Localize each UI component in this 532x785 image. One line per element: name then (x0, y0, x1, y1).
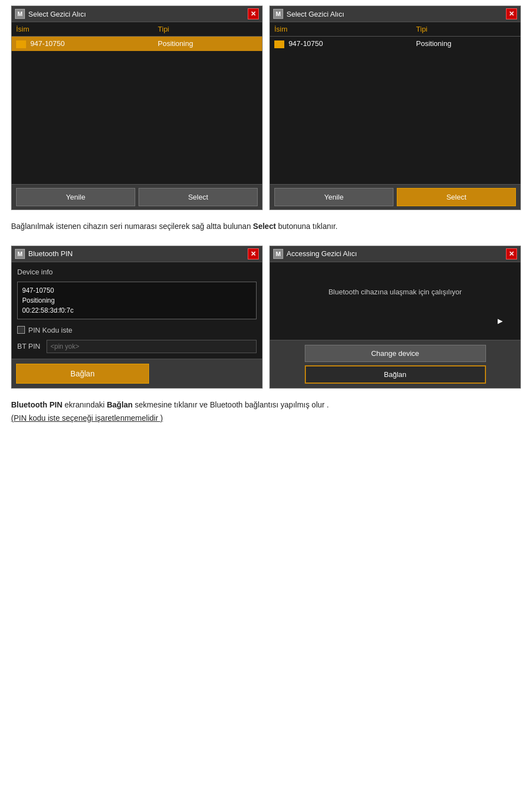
table-row[interactable]: 947-10750 Positioning (270, 37, 520, 51)
window1-icon: M (15, 9, 25, 19)
col1-header: İsim (12, 22, 154, 37)
window1-title: Select Gezici Alıcı (28, 10, 86, 18)
device-info-box: 947-10750 Positioning 00:22:58:3d:f0:7c (17, 282, 257, 319)
window1-select-button[interactable]: Select (139, 188, 258, 206)
device-table-1: İsim Tipi 947-10750 Positioning (12, 22, 262, 51)
window2-empty-area (270, 51, 520, 184)
pin-titlebar-left: M Bluetooth PIN (15, 249, 73, 259)
accessing-baglan-button[interactable]: Bağlan (305, 365, 486, 384)
window1-titlebar-left: M Select Gezici Alıcı (15, 9, 86, 19)
window1-empty-area (12, 51, 262, 184)
window2-close-button[interactable]: ✕ (506, 8, 517, 19)
device-info-line1: 947-10750 (22, 286, 252, 295)
bt-pin-row: BT PIN (17, 340, 257, 353)
select-window-1: M Select Gezici Alıcı ✕ İsim Tipi 94 (11, 6, 263, 210)
window2-select-button[interactable]: Select (397, 188, 516, 206)
accessing-window-footer: Change device Bağlan (270, 340, 520, 388)
pin-window-title: Bluetooth PIN (28, 249, 73, 258)
bottom-windows-row: M Bluetooth PIN ✕ Device info 947-10750 … (11, 246, 521, 389)
pin-window-titlebar: M Bluetooth PIN ✕ (12, 246, 262, 262)
window2-titlebar: M Select Gezici Alıcı ✕ (270, 6, 520, 22)
pin-kodu-row: PIN Kodu iste (17, 326, 257, 334)
pin-window-close-button[interactable]: ✕ (248, 248, 259, 259)
device-icon (16, 40, 26, 48)
pin-window-icon: M (15, 249, 25, 259)
baglan-button[interactable]: Bağlan (16, 364, 149, 384)
device-table-2: İsim Tipi 947-10750 Positioning (270, 22, 520, 51)
accessing-window-icon: M (273, 249, 283, 259)
device-type-cell: Positioning (154, 37, 262, 51)
window1-close-button[interactable]: ✕ (248, 8, 259, 19)
desc3-pin-note: (PIN kodu iste seçeneği işaretlenmemelid… (11, 414, 163, 422)
accessing-message: Bluetooth cihazına ulaşmak için çalışılı… (277, 288, 514, 296)
device-type-cell-2: Positioning (412, 37, 520, 51)
bt-pin-input[interactable] (47, 340, 257, 353)
window2-body: İsim Tipi 947-10750 Positioning (270, 22, 520, 184)
pin-kodu-checkbox[interactable] (17, 326, 25, 334)
desc2-baglan: Bağlan (107, 400, 133, 409)
bt-pin-label: BT PIN (17, 342, 42, 350)
pin-window-footer: Bağlan (12, 359, 262, 388)
window2-icon: M (273, 9, 283, 19)
bottom-description: Bluetooth PIN ekranındaki Bağlan sekmesi… (11, 399, 521, 425)
accessing-window-body: Bluetooth cihazına ulaşmak için çalışılı… (270, 262, 520, 340)
window2-refresh-button[interactable]: Yenile (274, 188, 393, 206)
desc2-rest: sekmesine tıklanır ve Bluetooth bağlantı… (132, 400, 329, 409)
window2-titlebar-left: M Select Gezici Alıcı (273, 9, 344, 19)
description-1: Bağlanılmak istenen cihazın seri numaras… (11, 220, 521, 232)
pin-kodu-label: PIN Kodu iste (28, 326, 73, 334)
window1-refresh-button[interactable]: Yenile (16, 188, 135, 206)
accessing-window: M Accessing Gezici Alıcı ✕ Bluetooth cih… (269, 246, 521, 389)
accessing-titlebar: M Accessing Gezici Alıcı ✕ (270, 246, 520, 262)
cursor-icon: ▶ (498, 317, 503, 325)
change-device-button[interactable]: Change device (305, 345, 486, 362)
window1-body: İsim Tipi 947-10750 Positioning (12, 22, 262, 184)
window2-title: Select Gezici Alıcı (287, 10, 344, 18)
desc2-part2: ekranındaki (63, 400, 107, 409)
description-1-rest: butonuna tıklanır. (276, 222, 337, 231)
device-info-line3: 00:22:58:3d:f0:7c (22, 305, 252, 315)
window2-footer: Yenile Select (270, 184, 520, 210)
accessing-titlebar-left: M Accessing Gezici Alıcı (273, 249, 357, 259)
device-name-cell-2: 947-10750 (270, 37, 412, 51)
description-1-text: Bağlanılmak istenen cihazın seri numaras… (11, 222, 253, 231)
window1-titlebar: M Select Gezici Alıcı ✕ (12, 6, 262, 22)
device-info-line2: Positioning (22, 295, 252, 305)
col2-header: Tipi (154, 22, 262, 37)
accessing-close-button[interactable]: ✕ (506, 248, 517, 259)
table-row[interactable]: 947-10750 Positioning (12, 37, 262, 51)
bluetooth-pin-window: M Bluetooth PIN ✕ Device info 947-10750 … (11, 246, 263, 389)
device-icon-2 (274, 40, 284, 48)
top-windows-row: M Select Gezici Alıcı ✕ İsim Tipi 94 (11, 6, 521, 210)
col2-header-2: Tipi (412, 22, 520, 37)
accessing-window-title: Accessing Gezici Alıcı (287, 249, 357, 258)
device-info-label: Device info (17, 268, 257, 276)
col1-header-2: İsim (270, 22, 412, 37)
device-name-cell: 947-10750 (12, 37, 154, 51)
window1-footer: Yenile Select (12, 184, 262, 210)
description-1-bold: Select (253, 222, 276, 231)
pin-window-body: Device info 947-10750 Positioning 00:22:… (12, 262, 262, 359)
select-window-2: M Select Gezici Alıcı ✕ İsim Tipi 94 (269, 6, 521, 210)
desc2-bluetooth-pin: Bluetooth PIN (11, 400, 63, 409)
